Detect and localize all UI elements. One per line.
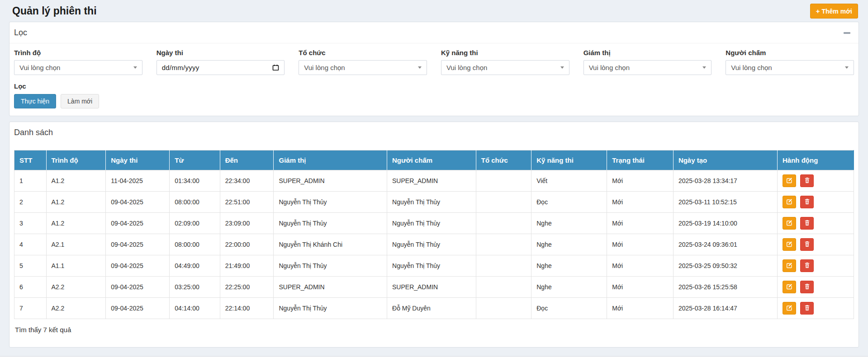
list-panel-body: STTTrình độNgày thiTừĐếnGiám thịNgười ch… [9, 145, 859, 347]
edit-button[interactable] [783, 217, 796, 230]
add-new-button[interactable]: + Thêm mới [810, 4, 858, 19]
trash-icon [804, 305, 810, 312]
column-header: STT [14, 150, 47, 170]
table-row: 3A1.209-04-202502:09:0023:09:00Nguyễn Th… [14, 213, 854, 234]
edit-button[interactable] [783, 238, 796, 251]
delete-button[interactable] [800, 259, 814, 272]
table-cell: SUPER_ADMIN [387, 277, 476, 298]
column-header: Ngày thi [106, 150, 170, 170]
trinh-do-select[interactable]: Vui lòng chọn [14, 60, 142, 75]
reset-filter-button[interactable]: Làm mới [61, 94, 99, 108]
table-cell: 09-04-2025 [106, 234, 170, 255]
table-cell: A2.2 [46, 277, 106, 298]
table-cell: A1.1 [46, 255, 106, 277]
column-header: Kỹ năng thi [531, 150, 607, 170]
table-cell: 2025-03-28 13:34:17 [673, 170, 777, 192]
table-cell: Viết [531, 170, 607, 192]
table-cell: 22:34:00 [220, 170, 274, 192]
edit-button[interactable] [783, 174, 796, 187]
table-cell [476, 277, 531, 298]
delete-button[interactable] [800, 238, 814, 251]
actions-cell [778, 277, 854, 298]
filter-field-value: Vui lòng chọn [589, 64, 630, 71]
apply-filter-button[interactable]: Thực hiện [14, 94, 56, 108]
chevron-down-icon [845, 66, 849, 69]
actions-cell [778, 298, 854, 319]
table-cell: 01:34:00 [170, 170, 220, 192]
filter-field-ky-nang-thi: Kỹ năng thi Vui lòng chọn [441, 49, 569, 75]
actions-cell [778, 255, 854, 277]
table-cell: 22:25:00 [220, 277, 274, 298]
nguoi-cham-select[interactable]: Vui lòng chọn [726, 60, 854, 75]
trash-icon [804, 241, 810, 248]
trash-icon [804, 283, 810, 291]
table-cell: A2.1 [46, 234, 106, 255]
table-cell: 04:49:00 [170, 255, 220, 277]
calendar-icon [272, 64, 279, 71]
actions-cell [778, 192, 854, 213]
column-header: Trạng thái [607, 150, 674, 170]
filter-panel-body: Trình độ Vui lòng chọn Ngày thi dd/mm/yy… [9, 43, 859, 116]
delete-button[interactable] [800, 174, 814, 187]
filter-field-nguoi-cham: Người chấm Vui lòng chọn [726, 49, 854, 75]
table-row: 6A2.209-04-202503:25:0022:25:00SUPER_ADM… [14, 277, 854, 298]
table-cell: Mới [607, 255, 674, 277]
table-cell [476, 255, 531, 277]
edit-button[interactable] [783, 196, 796, 208]
filter-field-value: dd/mm/yyyy [162, 64, 199, 71]
table-cell: Nguyễn Thị Khánh Chi [274, 234, 387, 255]
filter-panel-title: Lọc [14, 28, 27, 38]
collapse-minus-icon[interactable] [844, 32, 850, 34]
table-cell [476, 213, 531, 234]
trash-icon [804, 262, 810, 269]
to-chuc-select[interactable]: Vui lòng chọn [299, 60, 427, 75]
column-header: Ngày tạo [673, 150, 777, 170]
table-cell [476, 170, 531, 192]
chevron-down-icon [418, 66, 422, 69]
page-title: Quản lý phiên thi [12, 5, 97, 17]
table-cell: SUPER_ADMIN [274, 277, 387, 298]
filter-field-value: Vui lòng chọn [19, 64, 60, 71]
table-cell: 21:49:00 [220, 255, 274, 277]
ngay-thi-date-input[interactable]: dd/mm/yyyy [157, 60, 285, 75]
edit-button[interactable] [783, 259, 796, 272]
table-cell: 2025-03-25 09:50:32 [673, 255, 777, 277]
filter-field-label: Ngày thi [157, 49, 285, 56]
table-cell: 03:25:00 [170, 277, 220, 298]
delete-button[interactable] [800, 196, 814, 208]
table-row: 5A1.109-04-202504:49:0021:49:00Nguyễn Th… [14, 255, 854, 277]
table-cell: 08:00:00 [170, 192, 220, 213]
delete-button[interactable] [800, 302, 814, 315]
delete-button[interactable] [800, 217, 814, 230]
table-row: 4A2.109-04-202508:00:0022:00:00Nguyễn Th… [14, 234, 854, 255]
edit-pencil-icon [786, 262, 792, 269]
filter-field-value: Vui lòng chọn [731, 64, 772, 71]
ky-nang-thi-select[interactable]: Vui lòng chọn [441, 60, 569, 75]
table-cell: Nguyễn Thị Thủy [274, 298, 387, 319]
edit-button[interactable] [783, 281, 796, 293]
delete-button[interactable] [800, 281, 814, 293]
table-row: 2A1.209-04-202508:00:0022:51:00Nguyễn Th… [14, 192, 854, 213]
filter-panel: Lọc Trình độ Vui lòng chọn Ngày thi dd/m… [9, 22, 859, 116]
table-cell: 6 [14, 277, 47, 298]
sessions-table-body: 1A1.211-04-202501:34:0022:34:00SUPER_ADM… [14, 170, 854, 319]
list-panel: Danh sách STTTrình độNgày thiTừĐếnGiám t… [9, 122, 859, 348]
table-cell: Nguyễn Thị Thủy [387, 234, 476, 255]
table-cell [476, 298, 531, 319]
edit-pencil-icon [786, 305, 792, 312]
table-cell: Đọc [531, 192, 607, 213]
table-cell: A1.2 [46, 213, 106, 234]
giam-thi-select[interactable]: Vui lòng chọn [583, 60, 712, 75]
column-header: Trình độ [46, 150, 106, 170]
table-cell: Mới [607, 234, 674, 255]
table-cell: 09-04-2025 [106, 277, 170, 298]
table-cell: Nguyễn Thị Thủy [274, 213, 387, 234]
edit-button[interactable] [783, 302, 796, 315]
table-cell [476, 234, 531, 255]
table-cell: Nghe [531, 255, 607, 277]
table-cell [476, 192, 531, 213]
table-cell: 2025-03-28 16:14:47 [673, 298, 777, 319]
filter-field-value: Vui lòng chọn [446, 64, 487, 71]
table-cell: Mới [607, 192, 674, 213]
table-cell: 2025-03-24 09:36:01 [673, 234, 777, 255]
